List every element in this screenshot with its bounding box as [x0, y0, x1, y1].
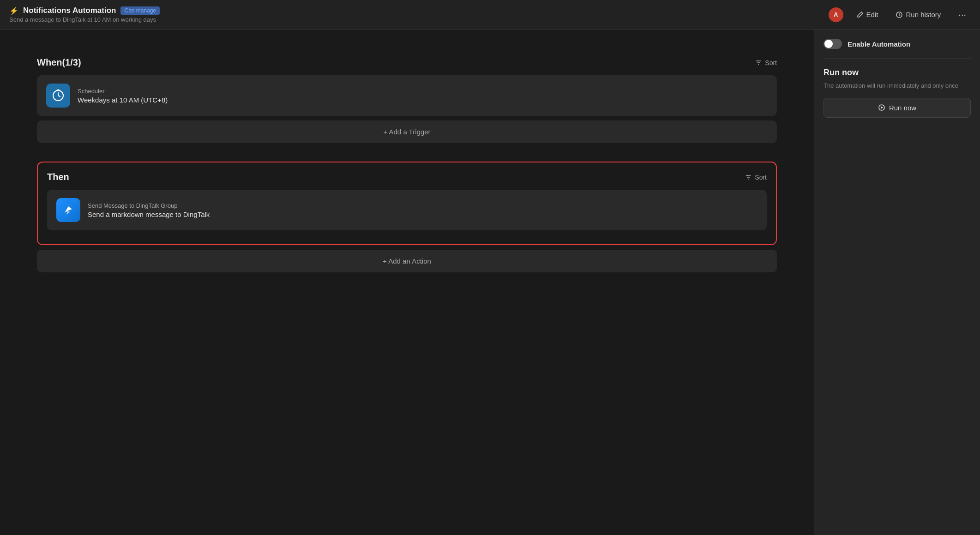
- run-now-title: Run now: [824, 68, 971, 78]
- when-sort-label: Sort: [765, 59, 777, 66]
- add-trigger-label: + Add a Trigger: [383, 128, 430, 136]
- center-content: When(1/3) Sort: [0, 30, 814, 535]
- enable-toggle[interactable]: [824, 39, 842, 49]
- lightning-icon: ⚡: [9, 6, 18, 15]
- can-manage-badge: Can manage: [120, 6, 160, 15]
- topbar-title-row: ⚡ Notifications Automation Can manage: [9, 6, 829, 15]
- dingtalk-action-card[interactable]: Send Message to DingTalk Group Send a ma…: [47, 190, 767, 230]
- then-section: Then Sort: [37, 162, 777, 272]
- add-action-button[interactable]: + Add an Action: [37, 250, 777, 272]
- edit-icon: [856, 11, 864, 18]
- edit-button[interactable]: Edit: [852, 8, 883, 21]
- run-now-desc: The automation will run immediately and …: [824, 81, 971, 90]
- avatar: A: [829, 7, 843, 22]
- dingtalk-action-title: Send Message to DingTalk Group: [88, 202, 210, 209]
- toggle-knob: [824, 40, 833, 48]
- dingtalk-action-value: Send a markdown message to DingTalk: [88, 210, 210, 218]
- scheduler-card-text: Scheduler Weekdays at 10 AM (UTC+8): [78, 88, 168, 104]
- then-title: Then: [47, 172, 69, 182]
- enable-label: Enable Automation: [848, 40, 910, 48]
- then-section-wrapper: Then Sort: [37, 162, 777, 245]
- edit-label: Edit: [866, 11, 878, 18]
- run-now-section: Run now The automation will run immediat…: [824, 68, 971, 118]
- page-title: Notifications Automation: [23, 6, 116, 15]
- when-sort-button[interactable]: Sort: [755, 59, 777, 66]
- when-title: When(1/3): [37, 57, 81, 68]
- then-section-header: Then Sort: [47, 172, 767, 182]
- run-now-icon: [878, 104, 885, 111]
- scheduler-card-title: Scheduler: [78, 88, 168, 95]
- enable-automation-row: Enable Automation: [824, 39, 971, 59]
- history-icon: [896, 11, 903, 18]
- when-section-header: When(1/3) Sort: [37, 57, 777, 68]
- run-history-button[interactable]: Run history: [891, 8, 945, 21]
- scheduler-card-value: Weekdays at 10 AM (UTC+8): [78, 96, 168, 104]
- scheduler-icon: [51, 89, 65, 102]
- add-trigger-button[interactable]: + Add a Trigger: [37, 120, 777, 143]
- topbar: ⚡ Notifications Automation Can manage Se…: [0, 0, 980, 30]
- topbar-left: ⚡ Notifications Automation Can manage Se…: [9, 6, 829, 23]
- sort-icon-then: [745, 174, 752, 181]
- right-panel: Enable Automation Run now The automation…: [814, 30, 980, 535]
- more-button[interactable]: ···: [954, 6, 971, 23]
- topbar-subtitle: Send a message to DingTalk at 10 AM on w…: [9, 16, 829, 23]
- sort-icon: [755, 59, 762, 66]
- run-history-label: Run history: [906, 11, 941, 18]
- add-action-label: + Add an Action: [383, 257, 431, 265]
- scheduler-card[interactable]: Scheduler Weekdays at 10 AM (UTC+8): [37, 75, 777, 116]
- run-now-btn-label: Run now: [889, 104, 916, 112]
- then-sort-label: Sort: [755, 174, 767, 181]
- when-section: When(1/3) Sort: [37, 57, 777, 143]
- run-now-button[interactable]: Run now: [824, 98, 971, 118]
- dingtalk-icon: [61, 203, 76, 217]
- main-layout: When(1/3) Sort: [0, 30, 980, 535]
- dingtalk-icon-wrap: [56, 198, 80, 222]
- scheduler-icon-wrap: [46, 84, 70, 108]
- topbar-right: A Edit Run history ···: [829, 6, 971, 23]
- then-sort-button[interactable]: Sort: [745, 174, 767, 181]
- dingtalk-action-text: Send Message to DingTalk Group Send a ma…: [88, 202, 210, 218]
